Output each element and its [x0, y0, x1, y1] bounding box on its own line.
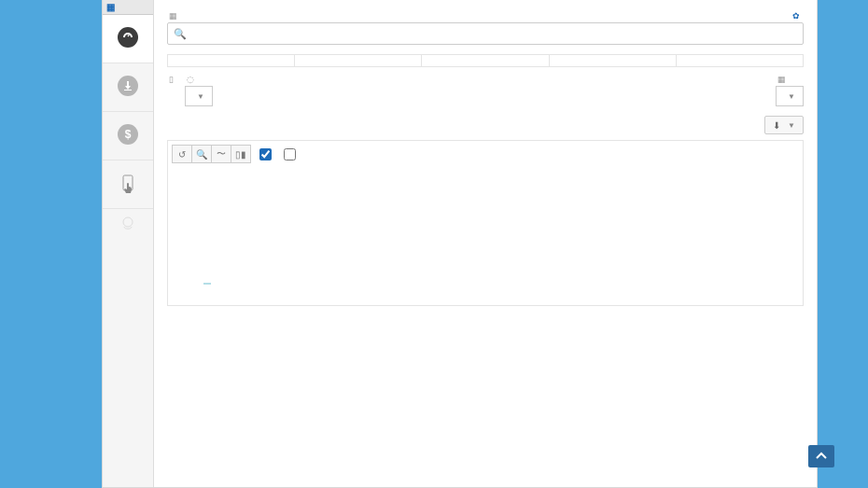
scroll-top-button[interactable]: [808, 445, 834, 467]
globe-icon: ◌: [187, 75, 194, 84]
grid-icon: ▦: [169, 11, 177, 21]
app-selector[interactable]: ▦: [103, 0, 153, 15]
undo-icon: ↺: [178, 149, 186, 160]
controls-row: ▯ ◌ ▼: [167, 75, 804, 106]
breakdown-label: ▯: [169, 75, 174, 84]
bar-button[interactable]: ▯▮: [231, 145, 251, 163]
advanced-link[interactable]: ✿: [792, 11, 802, 21]
chart-toolbar: ↺ 🔍 〜 ▯▮: [172, 145, 799, 163]
chevron-down-icon: ▼: [788, 92, 795, 101]
chevron-down-icon: ▼: [197, 92, 204, 101]
app-picker-input[interactable]: 🔍: [167, 22, 804, 45]
touch-icon: [119, 174, 136, 195]
main-panel: ▦ ✿ 🔍: [154, 0, 817, 487]
chevron-down-icon: ▼: [788, 121, 795, 130]
sidebar-item-usage[interactable]: [103, 160, 153, 209]
percentage-checkbox[interactable]: [284, 149, 298, 160]
sidebar-item-revenue[interactable]: $: [103, 112, 153, 160]
calendar-icon: ▦: [777, 75, 786, 84]
col-header: [549, 55, 676, 67]
download-icon: ⬇: [773, 120, 780, 131]
countries-group: ◌ ▼: [185, 75, 213, 106]
bar-icon: ▯▮: [235, 149, 246, 160]
doc-icon: ▯: [169, 75, 174, 84]
sidebar-item-dashboard[interactable]: [103, 15, 153, 63]
daterange-label: ▦: [777, 75, 804, 84]
sidebar: ▦ $: [103, 0, 154, 487]
svg-point-1: [123, 217, 133, 227]
chevron-up-icon: [815, 450, 828, 463]
undo-button[interactable]: ↺: [172, 145, 192, 163]
download-icon: [118, 76, 138, 96]
gear-icon: ✿: [792, 11, 800, 21]
zoom-button[interactable]: 🔍: [191, 145, 212, 163]
col-header: [676, 55, 803, 67]
chart-area: [172, 165, 799, 305]
search-icon: 🔍: [196, 149, 207, 160]
search-icon: 🔍: [174, 28, 187, 40]
col-header: [422, 55, 549, 67]
picker-label: ▦: [169, 11, 177, 21]
chart-checks: [259, 147, 305, 161]
chart-svg: [196, 165, 799, 288]
chart-tab-row: ⬇ ▼: [167, 116, 804, 134]
x-axis-labels: [196, 290, 799, 305]
sidebar-watermark: [103, 215, 153, 237]
countries-dropdown[interactable]: ▼: [185, 86, 213, 106]
sidebar-item-downloads[interactable]: [103, 63, 153, 112]
y-axis-labels: [172, 165, 196, 288]
countries-label: ◌: [187, 75, 213, 84]
chart-watermark: [203, 261, 211, 287]
col-header: [295, 55, 422, 67]
line-button[interactable]: 〜: [211, 145, 231, 163]
download-csv-button[interactable]: ⬇ ▼: [764, 116, 804, 134]
stats-table: [167, 54, 804, 67]
grid-icon: ▦: [106, 0, 115, 15]
gauge-icon: [118, 27, 138, 48]
daterange-group: ▦ ▼: [776, 75, 804, 106]
daterange-dropdown[interactable]: ▼: [776, 86, 804, 106]
picker-header: ▦ ✿: [167, 11, 804, 22]
line-icon: 〜: [217, 147, 226, 160]
data-breakdown-group: ▯: [167, 75, 174, 106]
col-blank: [168, 55, 295, 67]
app-frame: ▦ $: [102, 0, 818, 488]
chart-panel: ↺ 🔍 〜 ▯▮: [167, 140, 804, 306]
stack-checkbox[interactable]: [259, 149, 273, 160]
dollar-icon: $: [118, 124, 138, 145]
